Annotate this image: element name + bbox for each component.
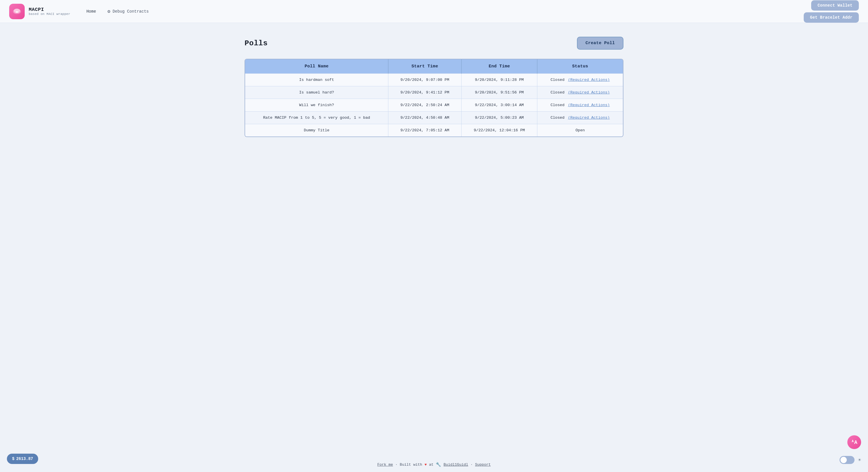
cell-status: Closed (Required Actions) <box>537 74 623 86</box>
polls-table-container: Poll Name Start Time End Time Status Is … <box>245 59 623 137</box>
balance-symbol: $ <box>12 457 14 461</box>
nav-debug-label: Debug Contracts <box>113 9 149 14</box>
theme-toggle[interactable] <box>840 456 855 464</box>
required-actions-link[interactable]: (Required Actions) <box>568 103 610 107</box>
cell-end-time: 9/22/2024, 12:04:16 PM <box>461 124 537 137</box>
translate-button[interactable]: ᴬA <box>847 435 861 449</box>
col-poll-name: Poll Name <box>245 59 389 74</box>
cell-poll-name: Is samuel hard? <box>245 86 389 99</box>
status-closed-label: Closed <box>551 103 567 107</box>
support-link[interactable]: Support <box>475 463 491 467</box>
buidl-link[interactable]: Buidl1Guidl <box>443 463 468 467</box>
buidl-icon: 🔧 <box>436 462 441 467</box>
cell-end-time: 9/20/2024, 9:11:28 PM <box>461 74 537 86</box>
cell-status: Open <box>537 124 623 137</box>
table-row[interactable]: Dummy Title9/22/2024, 7:05:12 AM9/22/202… <box>245 124 623 137</box>
table-header: Poll Name Start Time End Time Status <box>245 59 623 74</box>
cell-end-time: 9/22/2024, 3:00:14 AM <box>461 99 537 111</box>
table-row[interactable]: Will we finish?9/22/2024, 2:50:24 AM9/22… <box>245 99 623 111</box>
status-closed-label: Closed <box>551 115 567 120</box>
cell-status: Closed (Required Actions) <box>537 86 623 99</box>
navbar: MACPI based on MACI wrapper Home ⚙️ Debu… <box>0 0 868 23</box>
required-actions-link[interactable]: (Required Actions) <box>568 90 610 95</box>
polls-table: Poll Name Start Time End Time Status Is … <box>245 59 623 136</box>
cell-status: Closed (Required Actions) <box>537 111 623 124</box>
cell-end-time: 9/22/2024, 5:00:23 AM <box>461 111 537 124</box>
main-content: Polls Create Poll Poll Name Start Time E… <box>233 23 635 151</box>
connect-wallet-button[interactable]: Connect Wallet <box>811 0 859 11</box>
svg-point-4 <box>18 11 19 12</box>
bottom-right-controls: ☀️ <box>840 456 861 464</box>
cell-start-time: 9/22/2024, 7:05:12 AM <box>389 124 462 137</box>
app-logo <box>9 4 25 19</box>
table-row[interactable]: Is hardman soft9/20/2024, 9:07:00 PM9/20… <box>245 74 623 86</box>
nav-debug-link[interactable]: ⚙️ Debug Contracts <box>103 6 154 16</box>
col-end-time: End Time <box>461 59 537 74</box>
balance-badge[interactable]: $ 2613.87 <box>7 453 38 464</box>
debug-icon: ⚙️ <box>107 9 111 14</box>
required-actions-link[interactable]: (Required Actions) <box>568 78 610 82</box>
cell-start-time: 9/22/2024, 4:50:48 AM <box>389 111 462 124</box>
cell-poll-name: Rate MACIP from 1 to 5, 5 = very good, 1… <box>245 111 389 124</box>
status-closed-label: Closed <box>551 90 567 95</box>
cell-status: Closed (Required Actions) <box>537 99 623 111</box>
cell-poll-name: Dummy Title <box>245 124 389 137</box>
cell-poll-name: Will we finish? <box>245 99 389 111</box>
table-header-row: Poll Name Start Time End Time Status <box>245 59 623 74</box>
app-title: MACPI <box>29 7 70 12</box>
theme-toggle-knob <box>840 457 847 463</box>
col-start-time: Start Time <box>389 59 462 74</box>
svg-point-3 <box>15 11 16 12</box>
sun-icon[interactable]: ☀️ <box>858 457 861 463</box>
nav-right: Connect Wallet Get Bracelet Addr <box>804 0 859 23</box>
page-title: Polls <box>245 39 268 47</box>
nav-brand: MACPI based on MACI wrapper <box>9 4 70 19</box>
app-subtitle: based on MACI wrapper <box>29 12 70 16</box>
get-bracelet-button[interactable]: Get Bracelet Addr <box>804 12 859 23</box>
nav-links: Home ⚙️ Debug Contracts <box>82 6 153 16</box>
status-closed-label: Closed <box>551 78 567 82</box>
footer-built-with: Built with <box>400 463 422 467</box>
table-row[interactable]: Rate MACIP from 1 to 5, 5 = very good, 1… <box>245 111 623 124</box>
cell-start-time: 9/20/2024, 9:41:12 PM <box>389 86 462 99</box>
required-actions-link[interactable]: (Required Actions) <box>568 115 610 120</box>
footer-dot-1: · <box>395 463 398 467</box>
table-row[interactable]: Is samuel hard?9/20/2024, 9:41:12 PM9/20… <box>245 86 623 99</box>
brand-text: MACPI based on MACI wrapper <box>29 7 70 16</box>
cell-start-time: 9/22/2024, 2:50:24 AM <box>389 99 462 111</box>
footer-at: at <box>429 463 434 467</box>
nav-home-link[interactable]: Home <box>82 7 101 16</box>
heart-icon: ♥ <box>425 463 427 467</box>
table-body: Is hardman soft9/20/2024, 9:07:00 PM9/20… <box>245 74 623 137</box>
page-header: Polls Create Poll <box>245 37 623 49</box>
cell-start-time: 9/20/2024, 9:07:00 PM <box>389 74 462 86</box>
fork-me-link[interactable]: Fork me <box>377 463 393 467</box>
col-status: Status <box>537 59 623 74</box>
translate-icon: ᴬA <box>851 439 857 445</box>
footer-dot-2: · <box>470 463 473 467</box>
footer: Fork me · Built with ♥ at 🔧 Buidl1Guidl … <box>0 458 868 472</box>
status-open-label: Open <box>576 128 585 133</box>
cell-end-time: 9/20/2024, 9:51:56 PM <box>461 86 537 99</box>
create-poll-button[interactable]: Create Poll <box>577 37 623 49</box>
cell-poll-name: Is hardman soft <box>245 74 389 86</box>
balance-amount: 2613.87 <box>16 457 33 461</box>
